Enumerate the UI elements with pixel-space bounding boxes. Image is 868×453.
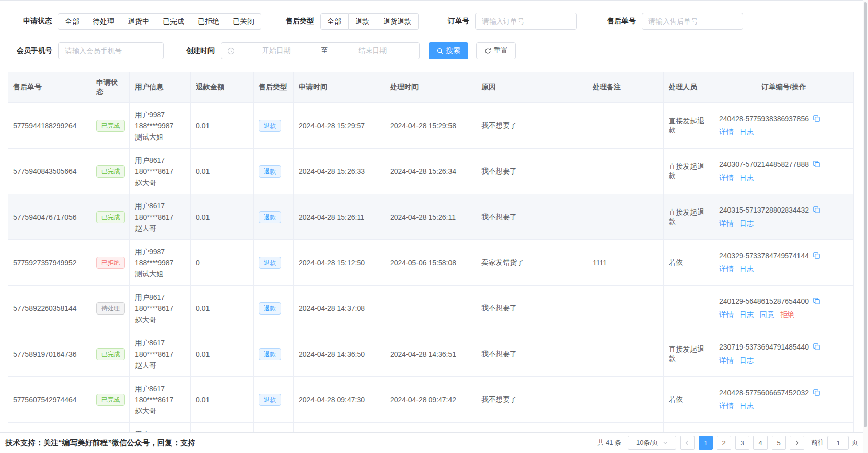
cell-order-actions: 240428-5775938386937856 详情日志 bbox=[714, 103, 854, 149]
action-log[interactable]: 日志 bbox=[740, 356, 754, 365]
type-badge: 退款 bbox=[259, 394, 281, 406]
cell-refund-amount: 0.01 bbox=[191, 286, 254, 331]
action-log[interactable]: 日志 bbox=[740, 310, 754, 320]
user-info-line: 188****9987 bbox=[135, 120, 185, 131]
user-info-line: 赵大哥 bbox=[135, 177, 185, 188]
action-log[interactable]: 日志 bbox=[740, 128, 754, 137]
handler-value: 直接发起退款 bbox=[669, 117, 704, 134]
type-badge: 退款 bbox=[259, 302, 281, 315]
page-button-1[interactable]: 1 bbox=[699, 436, 713, 450]
order-no-value: 230719-5373694791485440 bbox=[719, 343, 809, 351]
action-detail[interactable]: 详情 bbox=[719, 356, 734, 365]
handler-value: 直接发起退款 bbox=[669, 162, 704, 180]
create-time-range-picker[interactable]: 开始日期 至 结束日期 bbox=[221, 42, 420, 59]
start-date-placeholder[interactable]: 开始日期 bbox=[235, 46, 318, 55]
column-header: 处理时间 bbox=[385, 72, 476, 103]
chevron-left-icon bbox=[685, 440, 690, 445]
action-approve[interactable]: 同意 bbox=[760, 310, 774, 320]
scrollbar-thumb[interactable] bbox=[864, 2, 867, 427]
cell-handler: 直接发起退款 bbox=[664, 331, 714, 377]
next-page-button[interactable] bbox=[790, 436, 804, 450]
page-size-select[interactable]: 10条/页 bbox=[628, 436, 676, 450]
cell-reason: 我不想要了 bbox=[476, 286, 587, 331]
cell-aftersale-no: 5775607542974464 bbox=[8, 377, 91, 423]
cell-refund-amount: 0.01 bbox=[191, 331, 254, 377]
aftersale-type-group-option[interactable]: 退货退款 bbox=[376, 13, 419, 30]
search-button[interactable]: 搜索 bbox=[429, 42, 468, 59]
cell-refund-amount: 0.01 bbox=[191, 194, 254, 240]
column-header: 用户信息 bbox=[130, 72, 191, 103]
page-button-3[interactable]: 3 bbox=[735, 436, 749, 450]
cell-aftersale-no: 5775892260358144 bbox=[8, 286, 91, 331]
cell-apply-status: 已拒绝 bbox=[91, 240, 130, 286]
user-info: 用户8617180****8617赵大哥 bbox=[135, 292, 185, 325]
cell-handle-time: 2024-04-28 15:26:11 bbox=[385, 194, 476, 240]
aftersale-type-group-option[interactable]: 全部 bbox=[320, 13, 349, 30]
page-button-4[interactable]: 4 bbox=[753, 436, 768, 450]
copy-icon[interactable] bbox=[813, 115, 820, 122]
action-detail[interactable]: 详情 bbox=[719, 219, 734, 228]
goto-label: 前往 bbox=[811, 438, 824, 447]
aftersale-type-group-option[interactable]: 退款 bbox=[349, 13, 376, 30]
copy-icon[interactable] bbox=[813, 160, 820, 168]
action-detail[interactable]: 详情 bbox=[719, 310, 734, 320]
apply-status-group-option[interactable]: 退货中 bbox=[121, 13, 156, 30]
refund-amount-value: 0.01 bbox=[196, 122, 210, 130]
copy-icon[interactable] bbox=[813, 389, 820, 396]
apply-status-group-option[interactable]: 待处理 bbox=[86, 13, 121, 30]
user-info-line: 180****8617 bbox=[135, 349, 185, 360]
apply-time-value: 2024-04-28 15:29:57 bbox=[299, 122, 365, 130]
user-info-line: 180****8617 bbox=[135, 166, 185, 177]
cell-user-info: 用户8617180****8617赵大哥 bbox=[130, 331, 191, 377]
table-row: 5775892260358144 待处理 用户8617180****8617赵大… bbox=[8, 286, 854, 331]
table-row: 5775927357949952 已拒绝 用户9987188****9987测试… bbox=[8, 240, 854, 286]
action-log[interactable]: 日志 bbox=[740, 173, 754, 183]
copy-icon[interactable] bbox=[813, 343, 820, 351]
column-header: 退款金额 bbox=[191, 72, 254, 103]
copy-icon[interactable] bbox=[813, 252, 820, 259]
action-detail[interactable]: 详情 bbox=[719, 173, 734, 183]
cell-order-actions: 240129-5648615287654400 详情日志同意拒绝 bbox=[714, 286, 854, 331]
cell-aftersale-type: 退款 bbox=[254, 103, 294, 149]
cell-reason: 我不想要了 bbox=[476, 331, 587, 377]
aftersale-no-value: 5775607542974464 bbox=[13, 396, 77, 404]
cell-apply-time: 2024-04-28 15:29:57 bbox=[294, 103, 385, 149]
type-badge: 退款 bbox=[259, 348, 281, 360]
action-log[interactable]: 日志 bbox=[740, 219, 754, 228]
action-detail[interactable]: 详情 bbox=[719, 265, 734, 274]
action-detail[interactable]: 详情 bbox=[719, 402, 734, 411]
apply-status-group-option[interactable]: 已拒绝 bbox=[191, 13, 226, 30]
action-detail[interactable]: 详情 bbox=[719, 128, 734, 137]
cell-apply-time: 2024-04-28 15:26:33 bbox=[294, 149, 385, 194]
refund-amount-value: 0 bbox=[196, 259, 200, 267]
user-info-line: 用户8617 bbox=[135, 337, 185, 349]
cell-refund-amount: 0.01 bbox=[191, 103, 254, 149]
member-phone-input[interactable] bbox=[58, 42, 164, 59]
chevron-right-icon bbox=[794, 440, 800, 445]
type-badge: 退款 bbox=[259, 257, 281, 269]
support-text: 技术支持：关注“编写美好前程”微信公众号，回复：支持 bbox=[5, 438, 195, 448]
status-badge: 待处理 bbox=[96, 302, 125, 315]
goto-page-input[interactable] bbox=[827, 436, 849, 450]
page-button-2[interactable]: 2 bbox=[717, 436, 731, 450]
end-date-placeholder[interactable]: 结束日期 bbox=[331, 46, 414, 55]
action-log[interactable]: 日志 bbox=[740, 265, 754, 274]
aftersale-no-input[interactable] bbox=[642, 13, 743, 30]
table-row: 5775940476717056 已完成 用户8617180****8617赵大… bbox=[8, 194, 854, 240]
apply-status-group-option[interactable]: 全部 bbox=[58, 13, 86, 30]
page-button-5[interactable]: 5 bbox=[772, 436, 786, 450]
reset-button[interactable]: 重置 bbox=[476, 42, 516, 59]
apply-time-value: 2024-04-28 09:47:30 bbox=[299, 396, 365, 404]
order-no-input[interactable] bbox=[475, 13, 577, 30]
copy-icon[interactable] bbox=[813, 297, 820, 305]
apply-status-group-option[interactable]: 已完成 bbox=[156, 13, 191, 30]
cell-remark bbox=[587, 331, 664, 377]
cell-handle-time: 2024-04-28 14:36:51 bbox=[385, 331, 476, 377]
action-links: 详情日志 bbox=[719, 356, 848, 365]
action-log[interactable]: 日志 bbox=[740, 402, 754, 411]
action-reject[interactable]: 拒绝 bbox=[780, 310, 794, 320]
copy-icon[interactable] bbox=[813, 206, 820, 214]
prev-page-button[interactable] bbox=[680, 436, 695, 450]
apply-status-group-option[interactable]: 已关闭 bbox=[226, 13, 261, 30]
column-header: 原因 bbox=[476, 72, 587, 103]
